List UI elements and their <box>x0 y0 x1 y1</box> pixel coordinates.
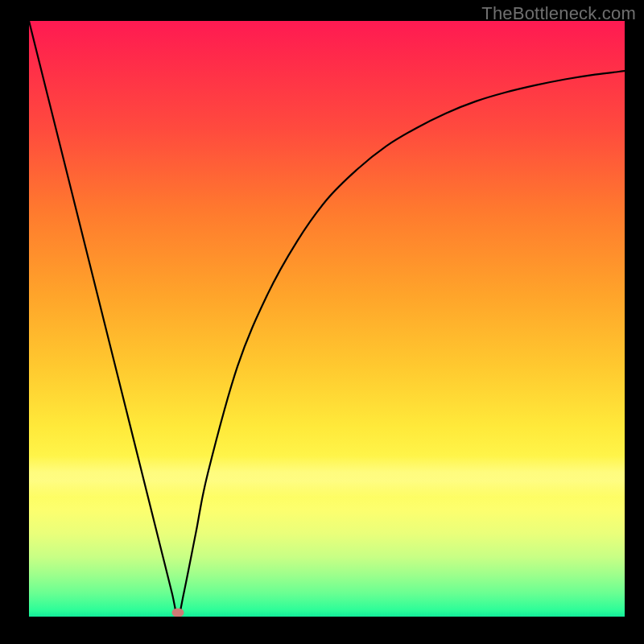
curve-svg <box>29 21 625 617</box>
minimum-marker <box>172 608 184 617</box>
plot-area <box>29 21 625 617</box>
chart-canvas: TheBottleneck.com <box>0 0 644 644</box>
bottleneck-curve <box>29 21 625 617</box>
